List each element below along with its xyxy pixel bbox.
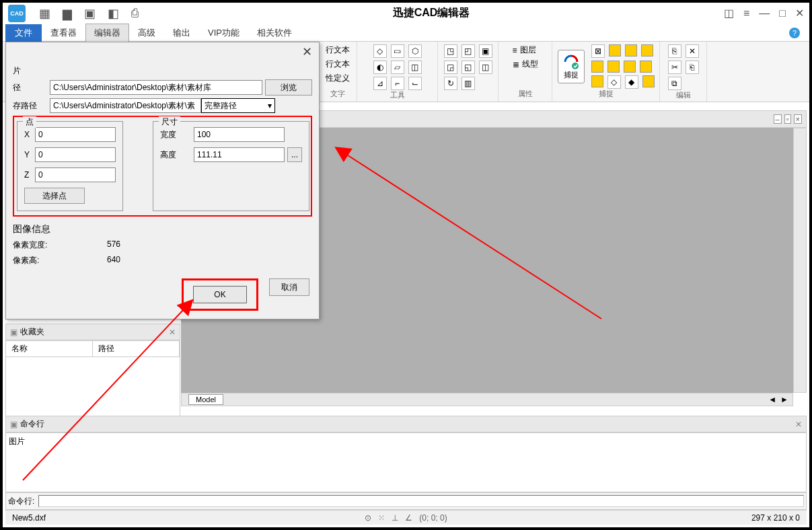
snap-icon[interactable] bbox=[591, 75, 603, 87]
tool-icon[interactable]: ◲ bbox=[444, 61, 457, 74]
tool-icon[interactable]: ◳ bbox=[444, 44, 457, 58]
tool-icon[interactable]: ▭ bbox=[391, 44, 404, 58]
copy-icon[interactable]: ⎘ bbox=[668, 44, 681, 58]
advanced-menu[interactable]: 高级 bbox=[129, 24, 164, 42]
capture-button[interactable]: 捕捉 bbox=[558, 50, 585, 83]
snap-icon[interactable]: ◆ bbox=[625, 75, 638, 89]
menu-bar: 文件 查看器 编辑器 高级 输出 VIP功能 相关软件 ? bbox=[3, 24, 809, 42]
minimize-icon[interactable]: — bbox=[759, 7, 770, 20]
menu-icon[interactable]: ≡ bbox=[743, 7, 749, 20]
tool-icon[interactable]: ⌐ bbox=[391, 77, 404, 90]
paste-icon[interactable]: ⎗ bbox=[686, 61, 699, 74]
tool-icon[interactable]: ▣ bbox=[479, 44, 492, 58]
status-dimensions: 297 x 210 x 0 bbox=[751, 513, 800, 523]
snap-icon[interactable]: ⊠ bbox=[591, 44, 605, 58]
status-icon[interactable]: ⊥ bbox=[392, 513, 398, 523]
snap-icon[interactable]: ◇ bbox=[607, 75, 621, 89]
export-icon[interactable]: ◧ bbox=[108, 6, 119, 21]
attr-group: ≡图层 ≣线型 属性 bbox=[499, 42, 552, 102]
cancel-button[interactable]: 取消 bbox=[269, 278, 309, 296]
tool-group-label: 工具 bbox=[390, 90, 405, 100]
favorites-columns: 名称 路径 bbox=[5, 340, 180, 357]
vertical-scrollbar[interactable] bbox=[793, 128, 807, 393]
command-input[interactable] bbox=[38, 495, 804, 507]
close-icon[interactable]: ✕ bbox=[795, 420, 802, 429]
status-icon[interactable]: ∠ bbox=[405, 513, 412, 523]
tool-icon[interactable]: ↻ bbox=[444, 77, 457, 90]
snap-icon[interactable] bbox=[640, 61, 652, 73]
new-icon[interactable]: ▦ bbox=[39, 6, 50, 21]
minimize-doc-icon[interactable]: – bbox=[774, 114, 782, 124]
save-path-input[interactable] bbox=[50, 98, 201, 113]
tool-icon[interactable]: ◫ bbox=[479, 61, 492, 74]
horizontal-scrollbar[interactable]: Model ◄ ► bbox=[181, 393, 793, 406]
favorites-header: ▣ 收藏夹 ✕ bbox=[5, 324, 180, 340]
pick-point-button[interactable]: 选择点 bbox=[24, 188, 85, 204]
y-input[interactable] bbox=[35, 147, 116, 162]
tool-icon[interactable]: ◫ bbox=[408, 61, 422, 74]
app-title: 迅捷CAD编辑器 bbox=[139, 6, 724, 20]
editor-menu[interactable]: 编辑器 bbox=[85, 24, 129, 42]
tool-icon[interactable]: ◇ bbox=[373, 44, 387, 58]
z-input[interactable] bbox=[35, 167, 116, 182]
capture-group-label: 捕捉 bbox=[599, 89, 614, 99]
tray-icon[interactable]: ◫ bbox=[724, 7, 734, 20]
command-input-row: 命令行: bbox=[5, 492, 807, 510]
tool-icon[interactable]: ⬡ bbox=[408, 44, 422, 58]
close-doc-icon[interactable]: × bbox=[794, 114, 802, 124]
file-menu[interactable]: 文件 bbox=[5, 24, 42, 42]
more-button[interactable]: ... bbox=[287, 147, 302, 162]
tool-icon[interactable]: ◐ bbox=[373, 61, 387, 74]
cut-icon[interactable]: ✂ bbox=[668, 61, 681, 74]
tool-icon[interactable]: ◱ bbox=[462, 61, 475, 74]
text-line1[interactable]: 行文本 bbox=[326, 44, 350, 56]
linetype-icon[interactable]: ≣ bbox=[513, 60, 519, 69]
clone-icon[interactable]: ⧉ bbox=[668, 77, 681, 90]
app-logo: CAD bbox=[8, 5, 26, 22]
vip-menu[interactable]: VIP功能 bbox=[199, 24, 248, 42]
status-icon[interactable]: ⁙ bbox=[378, 513, 385, 523]
path-type-dropdown[interactable]: 完整路径▾ bbox=[201, 98, 275, 113]
snap-icon[interactable] bbox=[609, 44, 621, 56]
layer-icon[interactable]: ≡ bbox=[513, 46, 517, 55]
viewer-menu[interactable]: 查看器 bbox=[42, 24, 85, 42]
model-tab[interactable]: Model bbox=[188, 394, 223, 405]
path-input[interactable] bbox=[50, 80, 262, 95]
print-icon[interactable]: ⎙ bbox=[131, 6, 139, 21]
snap-icon[interactable] bbox=[625, 44, 637, 56]
tool-icon[interactable]: ⊿ bbox=[373, 77, 387, 90]
tool-icon[interactable]: ▥ bbox=[462, 77, 475, 90]
snap-icon[interactable] bbox=[641, 44, 653, 56]
text-line2[interactable]: 行文本 bbox=[326, 59, 350, 70]
tool-icon[interactable]: ◰ bbox=[462, 44, 475, 58]
title-bar: CAD ▦ ▆ ▣ ◧ ⎙ 迅捷CAD编辑器 ◫ ≡ — □ ✕ bbox=[3, 3, 809, 24]
related-menu[interactable]: 相关软件 bbox=[248, 24, 301, 42]
ok-button[interactable]: OK bbox=[193, 286, 247, 303]
close-window-icon[interactable]: ✕ bbox=[795, 7, 804, 20]
open-icon[interactable]: ▆ bbox=[63, 6, 72, 21]
snap-icon[interactable] bbox=[642, 75, 655, 87]
snap-icon[interactable] bbox=[591, 61, 603, 73]
close-icon[interactable]: ✕ bbox=[169, 328, 176, 337]
save-icon[interactable]: ▣ bbox=[84, 6, 96, 21]
x-input[interactable] bbox=[35, 127, 116, 142]
status-icon[interactable]: ⊙ bbox=[365, 513, 371, 523]
scroll-right-icon[interactable]: ► bbox=[780, 395, 788, 404]
point-group: 点 X Y Z 选择点 bbox=[17, 121, 123, 211]
scroll-left-icon[interactable]: ◄ bbox=[768, 395, 776, 404]
quick-access-toolbar: ▦ ▆ ▣ ◧ ⎙ bbox=[39, 6, 139, 21]
restore-doc-icon[interactable]: ▫ bbox=[784, 114, 791, 124]
delete-icon[interactable]: ✕ bbox=[686, 44, 699, 58]
snap-icon[interactable] bbox=[624, 61, 636, 73]
output-menu[interactable]: 输出 bbox=[164, 24, 199, 42]
tool-icon[interactable]: ⌙ bbox=[408, 77, 422, 90]
tool-icon[interactable]: ▱ bbox=[391, 61, 404, 74]
snap-icon[interactable] bbox=[607, 61, 620, 73]
height-input[interactable] bbox=[194, 147, 285, 162]
browse-button[interactable]: 浏览 bbox=[265, 79, 312, 96]
width-input[interactable] bbox=[194, 127, 285, 142]
close-icon[interactable]: ✕ bbox=[302, 44, 312, 59]
text-line3[interactable]: 性定义 bbox=[326, 73, 350, 84]
help-icon[interactable]: ? bbox=[789, 28, 800, 38]
maximize-icon[interactable]: □ bbox=[779, 7, 786, 20]
